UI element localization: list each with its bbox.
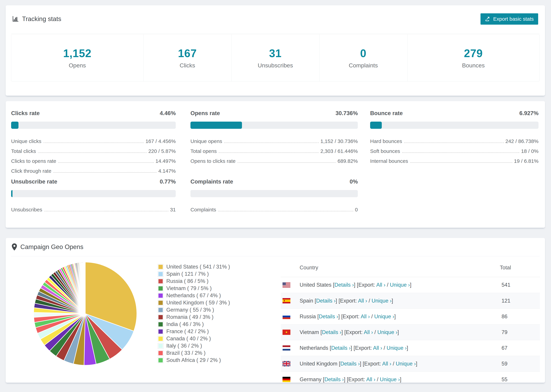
campaign-geo-opens-card: Campaign Geo Opens United States ( 541 /… bbox=[6, 238, 545, 383]
geo-details-link[interactable]: Details › bbox=[334, 282, 354, 288]
dashboard-page: Tracking stats Export basic stats 1,152 … bbox=[0, 0, 551, 392]
stat-clicks: 167 Clicks bbox=[143, 34, 231, 81]
flag-icon-vn bbox=[283, 329, 290, 335]
geo-total-cell: 79 bbox=[502, 329, 540, 335]
geo-country-cell: United Kingdom [Details ›] [Export: All … bbox=[300, 361, 502, 367]
geo-details-link[interactable]: Details › bbox=[340, 361, 360, 367]
legend-swatch bbox=[158, 264, 163, 270]
geo-table: Country Total United States [Details ›] … bbox=[281, 259, 540, 383]
unsubscribe-rate-percent: 0.77% bbox=[160, 178, 176, 185]
geo-export-unique-link[interactable]: Unique › bbox=[396, 361, 416, 367]
bounce-rate-bar bbox=[370, 122, 538, 129]
tracking-stats-card: Tracking stats Export basic stats 1,152 … bbox=[6, 5, 545, 96]
stat-complaints: 0 Complaints bbox=[319, 34, 407, 81]
clicks-rate-row: Clicks to opens rate14.497% bbox=[11, 154, 176, 164]
unsubscribe-rate-row-value: 31 bbox=[170, 207, 176, 213]
bounce-rate-panel: Bounce rate 6.927% Hard bounces242 / 86.… bbox=[370, 110, 538, 164]
bounce-rate-row: Internal bounces19 / 6.81% bbox=[370, 154, 538, 164]
geo-total-cell: 541 bbox=[502, 282, 540, 288]
clicks-rate-row-label: Clicks to opens rate bbox=[11, 158, 56, 164]
geo-details-link[interactable]: Details › bbox=[316, 298, 336, 304]
tracking-stats-title-text: Tracking stats bbox=[22, 15, 61, 23]
geo-export-unique-link[interactable]: Unique › bbox=[387, 345, 407, 351]
geo-export-all-link[interactable]: All › bbox=[358, 298, 367, 304]
geo-export-all-link[interactable]: All › bbox=[376, 282, 385, 288]
geo-country-cell: Russia [Details ›] [Export: All › / Uniq… bbox=[300, 314, 502, 320]
clicks-rate-row-value: 4.147% bbox=[158, 168, 176, 174]
dotted-leader bbox=[218, 211, 353, 211]
opens-rate-row: Opens to clicks rate689.82% bbox=[191, 154, 358, 164]
opens-rate-row-value: 1,152 / 30.736% bbox=[320, 138, 358, 144]
geo-export-all-link[interactable]: All › bbox=[373, 345, 382, 351]
geo-export-all-link[interactable]: All › bbox=[361, 314, 370, 320]
clicks-rate-row-value: 220 / 5.87% bbox=[148, 148, 176, 154]
legend-swatch bbox=[158, 293, 163, 298]
stat-complaints-value: 0 bbox=[360, 47, 367, 60]
geo-title: Campaign Geo Opens bbox=[12, 243, 83, 251]
unsubscribe-rate-panel: Unsubscribe rate 0.77% Unsubscribes31 bbox=[11, 178, 176, 213]
legend-label: Germany ( 55 / 3% ) bbox=[166, 307, 214, 313]
legend-item: France ( 42 / 2% ) bbox=[158, 328, 230, 335]
opens-rate-bar bbox=[191, 122, 358, 129]
stat-clicks-label: Clicks bbox=[180, 62, 195, 69]
bounce-rate-title: Bounce rate bbox=[370, 110, 403, 117]
flag-icon-de bbox=[283, 377, 290, 382]
geo-table-row: Germany [Details ›] [Export: All › / Uni… bbox=[281, 371, 540, 383]
rates-card: Clicks rate 4.46% Unique clicks167 / 4.4… bbox=[6, 101, 545, 228]
legend-item: Romania ( 49 / 3% ) bbox=[158, 314, 230, 321]
geo-details-link[interactable]: Details › bbox=[331, 345, 351, 351]
complaints-rate-bar bbox=[191, 190, 358, 197]
legend-swatch bbox=[158, 329, 163, 334]
legend-label: India ( 46 / 3% ) bbox=[166, 321, 204, 327]
bounce-rate-row-label: Internal bounces bbox=[370, 158, 408, 164]
geo-export-unique-link[interactable]: Unique › bbox=[374, 314, 394, 320]
legend-label: Canada ( 40 / 2% ) bbox=[166, 336, 211, 342]
complaints-rate-row: Complaints0 bbox=[191, 203, 358, 213]
legend-item: United Kingdom ( 59 / 3% ) bbox=[158, 299, 230, 306]
complaints-rate-percent: 0% bbox=[350, 178, 358, 185]
dotted-leader bbox=[38, 152, 147, 153]
opens-rate-row-label: Opens to clicks rate bbox=[191, 158, 235, 164]
legend-item: Spain ( 121 / 7% ) bbox=[158, 270, 230, 278]
geo-export-all-link[interactable]: All › bbox=[364, 329, 373, 335]
geo-export-all-link[interactable]: All › bbox=[366, 377, 375, 382]
unsubscribe-rate-title: Unsubscribe rate bbox=[11, 178, 57, 185]
geo-export-unique-link[interactable]: Unique › bbox=[390, 282, 410, 288]
dotted-leader bbox=[58, 162, 154, 163]
dotted-leader bbox=[53, 172, 156, 173]
geo-details-link[interactable]: Details › bbox=[325, 377, 344, 382]
legend-item: Vietnam ( 79 / 5% ) bbox=[158, 285, 230, 292]
clicks-rate-row-label: Unique clicks bbox=[11, 138, 42, 144]
geo-table-row: United States [Details ›] [Export: All ›… bbox=[281, 277, 540, 293]
export-basic-stats-button[interactable]: Export basic stats bbox=[480, 13, 538, 25]
flag-icon-ru bbox=[283, 314, 290, 319]
legend-label: Brazil ( 33 / 2% ) bbox=[166, 350, 205, 356]
legend-swatch bbox=[158, 350, 163, 356]
geo-export-all-link[interactable]: All › bbox=[382, 361, 391, 367]
geo-country-cell: Spain [Details ›] [Export: All › / Uniqu… bbox=[300, 298, 502, 304]
stat-bounces-label: Bounces bbox=[462, 62, 485, 69]
dotted-leader bbox=[43, 142, 144, 143]
geo-total-cell: 121 bbox=[502, 298, 540, 304]
stats-strip: 1,152 Opens 167 Clicks 31 Unsubscribes 0… bbox=[11, 34, 540, 81]
clicks-rate-row: Total clicks220 / 5.87% bbox=[11, 144, 176, 154]
flag-icon-nl bbox=[283, 345, 290, 351]
flag-icon-us bbox=[283, 282, 290, 288]
geo-country-cell: Germany [Details ›] [Export: All › / Uni… bbox=[300, 377, 502, 383]
geo-export-unique-link[interactable]: Unique › bbox=[372, 298, 391, 304]
geo-country-name: Russia bbox=[300, 314, 316, 320]
geo-export-unique-link[interactable]: Unique › bbox=[377, 329, 397, 335]
export-icon bbox=[485, 16, 490, 22]
bar-chart-icon bbox=[12, 15, 19, 22]
legend-item: Russia ( 86 / 5% ) bbox=[158, 278, 230, 285]
geo-table-header: Country Total bbox=[281, 259, 540, 277]
geo-details-link[interactable]: Details › bbox=[322, 329, 341, 335]
geo-details-link[interactable]: Details › bbox=[319, 314, 338, 320]
opens-rate-row: Unique opens1,152 / 30.736% bbox=[191, 134, 358, 144]
geo-export-unique-link[interactable]: Unique › bbox=[380, 377, 400, 382]
clicks-rate-row-value: 14.497% bbox=[155, 158, 176, 164]
unsubscribe-rate-bar bbox=[11, 190, 176, 197]
stat-unsubscribes-value: 31 bbox=[269, 47, 282, 60]
legend-swatch bbox=[158, 336, 163, 341]
legend-swatch bbox=[158, 271, 163, 277]
